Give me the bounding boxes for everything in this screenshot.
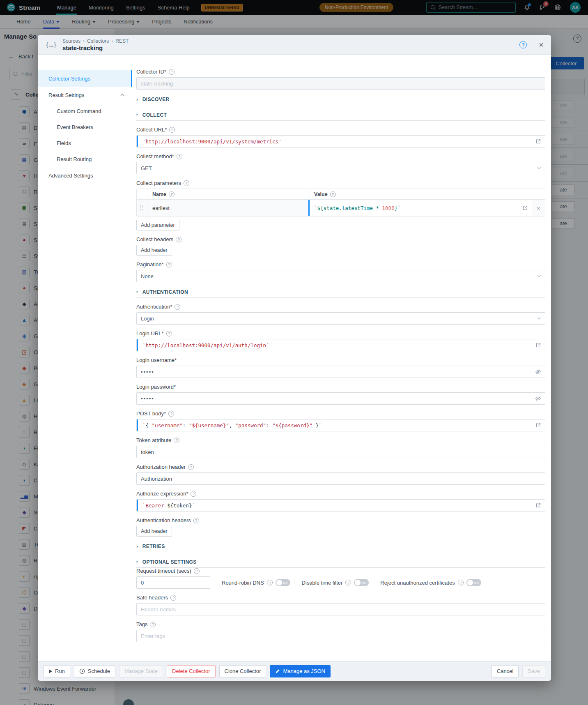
chevron-down-icon [537,317,541,320]
close-icon[interactable] [539,41,544,49]
expression-indicator [137,500,138,511]
help-icon[interactable] [166,331,172,336]
breadcrumb: Sources Collectors REST [62,38,129,44]
modal-nav-collector-settings[interactable]: Collector Settings [38,70,132,87]
expand-editor-icon[interactable] [535,138,541,144]
collect-method-select[interactable]: GET [136,162,545,174]
section-collect[interactable]: ›COLLECT [136,112,545,121]
modal-nav-result-settings[interactable]: Result Settings [38,87,132,103]
help-icon[interactable] [175,304,180,310]
expand-editor-icon[interactable] [535,422,541,428]
toggle-switch-round-robin-dns[interactable]: No [276,579,290,586]
expand-editor-icon[interactable] [535,502,541,508]
authentication-select[interactable]: Login [136,312,545,325]
help-icon[interactable] [174,438,179,443]
run-button[interactable]: Run [44,665,70,677]
help-icon[interactable] [168,411,174,417]
section-optional-settings[interactable]: ›OPTIONAL SETTINGS [136,559,545,568]
login-username-label: Login username* [136,357,545,363]
help-icon[interactable] [458,580,464,585]
modal-nav-event-breakers[interactable]: Event Breakers [38,119,132,135]
login-username-input[interactable]: ••••• [136,366,545,378]
login-password-input[interactable]: ••••• [136,392,545,405]
token-attribute-label: Token attribute [136,437,545,443]
collector-title: state-tracking [62,44,129,51]
schedule-button[interactable]: Schedule [74,665,115,677]
eye-invisible-icon[interactable] [535,396,541,401]
remove-row-icon[interactable]: × [532,200,545,216]
request-timeout-input[interactable]: 0 [136,576,210,589]
manage-as-json-button[interactable]: Manage as JSON [270,665,331,677]
login-url-label: Login URL* [136,330,545,336]
add-auth-header-button[interactable]: Add header [136,526,172,537]
tags-input[interactable] [136,630,545,642]
help-icon[interactable] [194,568,200,574]
help-icon[interactable] [193,518,199,523]
eye-invisible-icon[interactable] [535,369,541,375]
expand-editor-icon[interactable] [535,342,541,348]
clone-collector-button[interactable]: Clone Collector [219,665,266,677]
post-body-input[interactable]: `{ "username": "${username}", "password"… [136,419,545,431]
help-icon[interactable] [177,154,182,159]
help-icon[interactable] [150,622,156,627]
authorization-header-label: Authorization header [136,464,545,470]
toggle-group-disable-time-filter: Disable time filterNo [302,579,369,586]
toggle-state-label: No [474,581,479,585]
parameter-value[interactable]: `${state.latestTime * 1000}` [308,200,532,216]
modal-footer: Run Schedule Manage State Delete Collect… [38,661,551,681]
help-icon[interactable] [330,191,336,197]
cancel-button[interactable]: Cancel [492,665,519,677]
add-header-button[interactable]: Add header [136,245,172,256]
manage-state-button[interactable]: Manage State [119,665,163,677]
help-icon[interactable] [191,491,196,497]
help-icon[interactable] [184,180,189,186]
chevron-down-icon: › [134,114,140,116]
help-icon[interactable] [166,262,172,267]
collect-url-input[interactable]: 'http://localhost:9000/api/v1/system/met… [136,135,545,147]
table-header-row: Name Value [137,189,545,200]
collector-id-label: Collector ID* [136,69,545,75]
toggle-label: Disable time filter [302,580,343,586]
toggle-state-label: No [361,581,366,585]
help-icon[interactable] [169,127,175,133]
help-icon[interactable] [267,580,273,585]
section-discover[interactable]: ›DISCOVER [136,96,545,105]
toggle-switch-disable-time-filter[interactable]: No [354,579,369,586]
modal-help-icon[interactable] [519,41,527,48]
modal-nav-custom-command[interactable]: Custom Command [38,103,132,119]
parameter-name[interactable]: earliest [147,200,308,216]
help-icon[interactable] [188,464,194,470]
safe-headers-input[interactable] [136,603,545,615]
authorize-expression-input[interactable]: `Bearer ${token}` [136,499,545,511]
tags-label: Tags [136,621,545,627]
section-authentication[interactable]: ›AUTHENTICATION [136,289,545,298]
help-icon[interactable] [169,69,175,75]
toggle-label: Reject unauthorized certificates [380,580,455,586]
collector-id-input[interactable]: state-tracking [136,77,545,90]
save-button[interactable]: Save [522,665,545,677]
collect-parameters-label: Collect parameters [136,180,545,186]
toggle-label: Round-robin DNS [222,580,264,586]
toggle-knob [276,580,282,585]
pagination-select[interactable]: None [136,270,545,282]
delete-collector-button[interactable]: Delete Collector [167,665,216,677]
drag-handle[interactable] [140,205,144,210]
login-password-label: Login password* [136,384,545,390]
help-icon[interactable] [169,191,175,197]
section-retries[interactable]: ›RETRIES [136,543,545,552]
toggle-switch-reject-unauthorized-certificates[interactable]: No [466,579,481,586]
post-body-label: POST body* [136,410,545,417]
add-parameter-button[interactable]: Add parameter [136,220,179,230]
help-icon[interactable] [345,580,351,585]
modal-nav-result-routing[interactable]: Result Routing [38,151,132,167]
help-icon[interactable] [170,595,176,601]
authorization-header-input[interactable]: Authorization [136,472,545,485]
login-url-input[interactable]: `http://localhost:9000/api/v1/auth/login… [136,339,545,351]
play-icon [49,669,52,673]
help-icon[interactable] [176,237,181,242]
modal-nav-fields[interactable]: Fields [38,135,132,151]
modal-nav-advanced-settings[interactable]: Advanced Settings [38,167,132,184]
expand-editor-icon[interactable] [522,205,528,211]
collector-settings-form: Collector ID* state-tracking ›DISCOVER ›… [132,55,551,661]
token-attribute-input[interactable]: token [136,446,545,458]
